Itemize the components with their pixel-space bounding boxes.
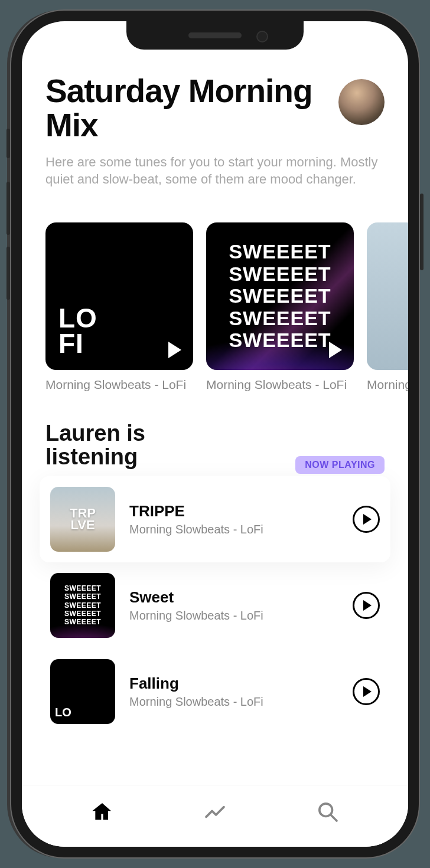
nav-search-button[interactable] (310, 800, 346, 824)
screen: Saturday Morning Mix Here are some tunes… (22, 21, 408, 847)
playlist-title: Morning Slowbeats - LoFi (45, 377, 193, 392)
friend-activity-section: Lauren is listening NOW PLAYING (22, 392, 408, 469)
track-subtitle: Morning Slowbeats - LoFi (129, 523, 338, 536)
track-name: Sweet (129, 588, 338, 607)
playlist-card[interactable]: LOFI Morning Slowbeats - LoFi (45, 222, 193, 392)
avatar[interactable] (338, 79, 385, 125)
bottom-nav (22, 785, 408, 847)
track-art: TRPLVE (50, 487, 115, 552)
phone-side-button (420, 194, 424, 270)
track-row[interactable]: SWEEEET SWEEEET SWEEEET SWEEEET SWEEEET … (40, 562, 390, 648)
notch (126, 21, 304, 50)
play-button[interactable] (353, 506, 380, 533)
now-playing-badge: NOW PLAYING (295, 456, 385, 474)
track-info: Falling Morning Slowbeats - LoFi (129, 674, 338, 709)
phone-frame: Saturday Morning Mix Here are some tunes… (11, 11, 419, 857)
playlist-card[interactable]: SWEEEET SWEEEET SWEEEET SWEEEET SWEEEET … (206, 222, 354, 392)
track-name: Falling (129, 674, 338, 693)
track-art-text: TRPLVE (70, 507, 96, 531)
play-icon[interactable] (168, 342, 181, 358)
playlist-carousel[interactable]: LOFI Morning Slowbeats - LoFi SWEEEET SW… (22, 188, 408, 392)
playlist-title: Morning Slowbeats - LoFi (206, 377, 354, 392)
track-row[interactable]: LO Falling Morning Slowbeats - LoFi (40, 648, 390, 735)
phone-side-button (6, 129, 10, 158)
page-subtitle: Here are some tunes for you to start you… (22, 143, 408, 188)
track-subtitle: Morning Slowbeats - LoFi (129, 609, 338, 623)
track-art-text: LO (55, 706, 71, 719)
playlist-title: Morning Slowbeats - LoFi (367, 377, 408, 392)
search-icon (316, 800, 340, 824)
track-name: TRIPPE (129, 502, 338, 520)
home-icon (90, 800, 114, 824)
header: Saturday Morning Mix (22, 74, 408, 143)
track-art: LO (50, 659, 115, 724)
playlist-art: LOFI (45, 222, 193, 370)
track-subtitle: Morning Slowbeats - LoFi (129, 695, 338, 709)
playlist-art-text: SWEEEET SWEEEET SWEEEET SWEEEET SWEEEET (229, 241, 331, 351)
play-button[interactable] (353, 678, 380, 705)
section-title: Lauren is listening (45, 422, 175, 469)
playlist-art-text: LOFI (58, 306, 97, 357)
track-list: TRPLVE TRIPPE Morning Slowbeats - LoFi S… (22, 469, 408, 735)
phone-side-button (6, 182, 10, 235)
track-info: TRIPPE Morning Slowbeats - LoFi (129, 502, 338, 536)
playlist-art: SWEEEET SWEEEET SWEEEET SWEEEET SWEEEET (206, 222, 354, 370)
track-art: SWEEEET SWEEEET SWEEEET SWEEEET SWEEEET (50, 573, 115, 638)
track-info: Sweet Morning Slowbeats - LoFi (129, 588, 338, 623)
phone-side-button (6, 247, 10, 300)
track-row[interactable]: TRPLVE TRIPPE Morning Slowbeats - LoFi (40, 476, 390, 562)
nav-home-button[interactable] (84, 800, 120, 824)
playlist-art (367, 222, 408, 370)
content-area: Saturday Morning Mix Here are some tunes… (22, 21, 408, 785)
page-title: Saturday Morning Mix (45, 74, 327, 143)
nav-trends-button[interactable] (197, 800, 233, 824)
svg-line-1 (331, 815, 337, 821)
playlist-card[interactable]: Morning Slowbeats - LoFi (367, 222, 408, 392)
trending-icon (203, 800, 227, 824)
play-button[interactable] (353, 592, 380, 619)
